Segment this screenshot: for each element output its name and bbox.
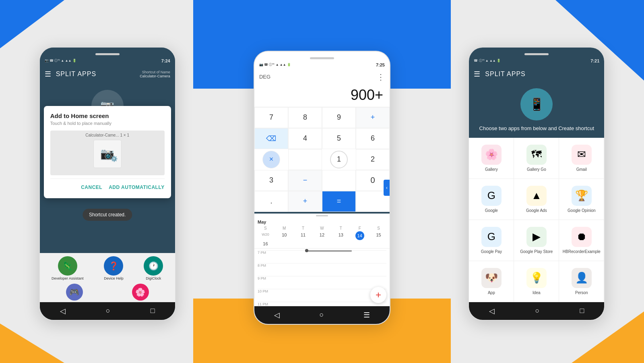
calc-more-button[interactable]: ⋮ xyxy=(377,72,385,82)
app-grid-google[interactable]: G Google xyxy=(469,179,514,220)
calc-btn-del[interactable]: ⌫ xyxy=(254,128,288,149)
app-icon-extra1: 🎮 xyxy=(66,284,83,301)
calc-btn-8[interactable]: 8 xyxy=(288,107,322,128)
app-item-developer[interactable]: 🦎 Developer Assistant xyxy=(52,256,84,280)
phone1-top: 📷 ☎ ⓛᵀᴱ ▲ ▲▲ 🔋 7:24 xyxy=(40,48,175,66)
calc-btn-1[interactable]: 1 xyxy=(330,151,348,168)
cal-day-13[interactable]: 13 xyxy=(331,231,350,240)
phone3-recent-btn[interactable]: □ xyxy=(580,307,584,315)
phone3-time: 7:21 xyxy=(590,58,599,63)
app-label-device-help: Device Help xyxy=(104,276,124,280)
calc-btn-empty2 xyxy=(322,170,356,191)
phone1-back-btn[interactable]: ◁ xyxy=(60,307,66,315)
cal-days-header: S M T W T F S xyxy=(254,226,390,230)
phone3-home-btn[interactable]: ○ xyxy=(535,307,539,315)
app-grid-icon-googleopinion: 🏆 xyxy=(572,186,592,206)
phone1-panel: 📷 ☎ ⓛᵀᴱ ▲ ▲▲ 🔋 7:24 ☰ SPLIT APPS Shortcu… xyxy=(39,47,176,321)
phone2-home-btn[interactable]: ○ xyxy=(320,311,324,319)
calc-btn-7[interactable]: 7 xyxy=(254,107,288,128)
app-grid-label-googleopinion: Google Opinion xyxy=(568,208,596,213)
phone3-back-btn[interactable]: ◁ xyxy=(489,307,495,315)
calc-btn-plus[interactable]: + xyxy=(356,107,390,128)
cal-week-row: W20 10 11 12 13 14 15 16 xyxy=(254,230,390,248)
app-item-device-help[interactable]: ❓ Device Help xyxy=(104,256,124,280)
calc-btn-minus[interactable]: − xyxy=(288,170,322,191)
cal-day-10[interactable]: 10 xyxy=(275,231,294,240)
app-grid-gallery[interactable]: 🌸 Gallery xyxy=(469,138,514,179)
time-slot-9pm: 9 PM xyxy=(258,276,386,289)
app-grid-gmail[interactable]: ✉ Gmail xyxy=(559,138,604,179)
hero-text: Choose two apps from below and Create sh… xyxy=(479,125,594,131)
cal-add-button[interactable]: + xyxy=(370,287,386,303)
phone3-header: ☰ SPLIT APPS xyxy=(469,66,604,82)
time-label-9pm: 9 PM xyxy=(258,276,270,280)
app-grid-icon-google: G xyxy=(481,186,502,206)
phone1-status-icons: 📷 ☎ ⓛᵀᴱ ▲ ▲▲ 🔋 xyxy=(45,58,76,63)
app-grid-label-google: Google xyxy=(485,208,498,213)
phone1-menu-icon[interactable]: ☰ xyxy=(45,70,51,79)
calc-btn-3[interactable]: 3 xyxy=(254,170,288,191)
cal-day-t2: T xyxy=(331,226,350,230)
app-grid-hbrecorder[interactable]: ⏺ HBRecorderExample xyxy=(559,220,604,261)
cancel-button[interactable]: CANCEL xyxy=(81,183,102,192)
cal-header-row: May xyxy=(254,218,390,226)
calc-btn-plus2[interactable]: + xyxy=(288,191,322,212)
phone1-title: SPLIT APPS xyxy=(56,71,96,78)
cal-day-f: F xyxy=(350,226,369,230)
phone2-recent-btn[interactable]: ☰ xyxy=(363,311,370,319)
app-grid-googleopinion[interactable]: 🏆 Google Opinion xyxy=(559,179,604,220)
cal-day-14-today[interactable]: 14 xyxy=(355,231,364,240)
widget-name: Calculator-Came... 1 × 1 xyxy=(53,133,162,137)
phone2-time: 7:25 xyxy=(376,62,385,67)
cal-week-num: W20 xyxy=(256,231,275,240)
cal-day-t1: T xyxy=(294,226,313,230)
calc-btn-2[interactable]: 2 xyxy=(356,149,390,170)
add-automatically-button[interactable]: ADD AUTOMATICALLY xyxy=(109,183,165,192)
app-grid-gallerygo[interactable]: 🗺 Gallery Go xyxy=(514,138,559,179)
time-slot-8pm: 8 PM xyxy=(258,263,386,276)
phone2-panel: 📷 ☎ ⓛᵀᴱ ▲ ▲▲ 🔋 7:25 DEG ⋮ 900+ 7 8 9 + ⌫… xyxy=(254,51,390,325)
widget-icon-box: 📷 ⚙️ xyxy=(93,140,122,168)
phone3-status-icons: ☎ ⓛᵀᴱ ▲ ▲▲ 🔋 xyxy=(474,58,501,63)
scroll-indicator xyxy=(316,215,328,216)
phone1-recent-btn[interactable]: □ xyxy=(151,307,155,315)
calc-btn-equals[interactable]: = xyxy=(322,191,356,212)
sidebar-arrow[interactable]: ‹ xyxy=(384,180,390,196)
app-grid-label-app1: App xyxy=(488,290,495,295)
phone1-bottom-row: 🦎 Developer Assistant ❓ Device Help 🕐 Di… xyxy=(40,253,175,282)
app-item-digiclock[interactable]: 🕐 DigiClock xyxy=(144,256,163,280)
cal-day-12[interactable]: 12 xyxy=(313,231,332,240)
calc-btn-dot[interactable]: . xyxy=(254,191,288,212)
app-icon-digiclock: 🕐 xyxy=(144,256,163,276)
app-grid-playstore[interactable]: ▶ Google Play Store xyxy=(514,220,559,261)
app-grid-googlepay[interactable]: G Google Pay xyxy=(469,220,514,261)
cal-day-15[interactable]: 15 xyxy=(369,231,388,240)
app-grid-person[interactable]: 👤 Person xyxy=(559,261,604,302)
app-grid-icon-googlepay: G xyxy=(481,227,502,247)
app-grid-label-gallery: Gallery xyxy=(485,167,498,172)
calc-btn-5[interactable]: 5 xyxy=(322,128,356,149)
phone1-home-btn[interactable]: ○ xyxy=(106,307,110,315)
app-grid-idea[interactable]: 💡 Idea xyxy=(514,261,559,302)
app-icon-developer: 🦎 xyxy=(58,256,77,276)
phone2-back-btn[interactable]: ◁ xyxy=(274,311,280,319)
toast: Shortcut created. xyxy=(83,209,132,221)
cal-day-16[interactable]: 16 xyxy=(256,240,275,247)
calc-btn-mul[interactable]: × xyxy=(262,151,280,168)
time-label-10pm: 10 PM xyxy=(258,289,270,293)
calc-btn-9[interactable]: 9 xyxy=(322,107,356,128)
app-grid-googleads[interactable]: ▲ Google Ads xyxy=(514,179,559,220)
phone2-status-icons: 📷 ☎ ⓛᵀᴱ ▲ ▲▲ 🔋 xyxy=(259,62,291,67)
calc-btn-6[interactable]: 6 xyxy=(356,128,390,149)
cal-day-11[interactable]: 11 xyxy=(294,231,313,240)
cal-day-w: W xyxy=(313,226,332,230)
widget-preview: Calculator-Came... 1 × 1 📷 ⚙️ xyxy=(50,131,165,175)
phone1: 📷 ☎ ⓛᵀᴱ ▲ ▲▲ 🔋 7:24 ☰ SPLIT APPS Shortcu… xyxy=(39,47,176,321)
cal-day-s1: S xyxy=(256,226,275,230)
calc-btn-4[interactable]: 4 xyxy=(288,128,322,149)
time-slot-10pm: 10 PM xyxy=(258,289,386,302)
app-grid-app1[interactable]: 🐶 App xyxy=(469,261,514,302)
phone2-top: 📷 ☎ ⓛᵀᴱ ▲ ▲▲ 🔋 7:25 xyxy=(254,52,390,71)
calc-mode: DEG xyxy=(259,74,270,80)
phone3-menu-icon[interactable]: ☰ xyxy=(474,70,480,79)
